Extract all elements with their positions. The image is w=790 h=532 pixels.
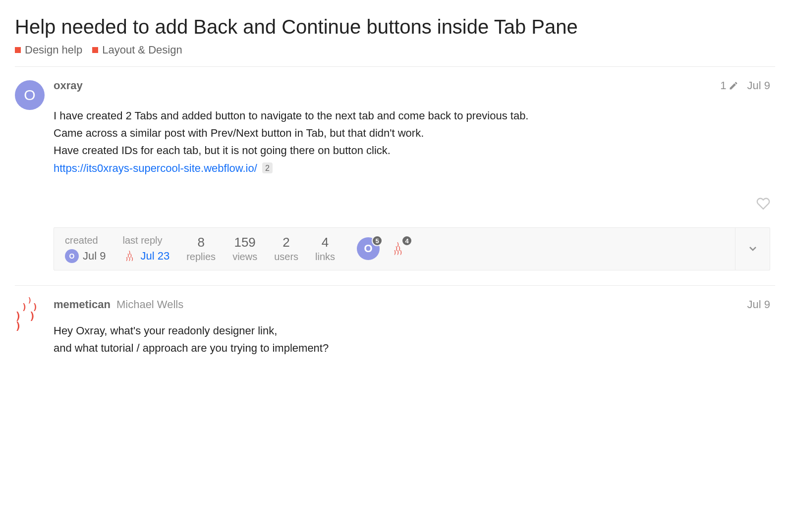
stat-label: views (232, 251, 257, 263)
post-date[interactable]: Jul 9 (747, 79, 770, 92)
avatar-initial: O (24, 87, 35, 104)
stat-views: 159 views (232, 235, 257, 263)
participants: O 5 )))))) 4 (357, 237, 409, 260)
avatar-initial: O (69, 252, 75, 260)
edit-count: 1 (720, 79, 726, 92)
participant-post-count: 5 (372, 235, 383, 246)
expand-map-button[interactable] (735, 228, 770, 270)
category-label: Design help (25, 44, 82, 56)
username[interactable]: oxray (54, 79, 83, 92)
last-reply-label: last reply (122, 235, 169, 246)
created-date: Jul 9 (83, 250, 106, 263)
chevron-down-icon (747, 243, 759, 255)
pencil-icon (729, 81, 738, 91)
stat-replies: 8 replies (186, 235, 216, 263)
avatar-initial: O (364, 242, 373, 255)
creator-avatar[interactable]: O (65, 249, 79, 263)
stat-value: 8 (186, 235, 216, 250)
participant[interactable]: )))))) 4 (387, 237, 409, 260)
post: ) ) ) ) ) ) memetican Michael Wells Jul … (15, 286, 775, 357)
user-fullname: Michael Wells (116, 298, 183, 311)
topic-map: created O Jul 9 last reply )))))) (54, 227, 770, 270)
username[interactable]: memetican (54, 298, 111, 311)
link-click-count: 2 (262, 162, 273, 173)
post-line: and what tutorial / approach are you try… (54, 339, 770, 357)
participant[interactable]: O 5 (357, 237, 380, 260)
last-reply-date: Jul 23 (140, 250, 169, 263)
created-section: created O Jul 9 (65, 235, 106, 263)
stat-label: replies (186, 251, 216, 263)
topic-title: Help needed to add Back and Continue but… (15, 15, 775, 39)
last-replier-avatar: )))))) (122, 249, 136, 263)
avatar[interactable]: ) ) ) ) ) ) (15, 299, 45, 329)
category-label: Layout & Design (102, 44, 182, 56)
stat-value: 2 (274, 235, 298, 250)
like-button[interactable] (756, 197, 770, 213)
stat-label: links (315, 251, 335, 263)
post-line: Hey Oxray, what's your readonly designer… (54, 322, 770, 339)
post-line: Came across a similar post with Prev/Nex… (54, 124, 770, 142)
category-badge-icon (92, 47, 98, 53)
created-label: created (65, 235, 106, 246)
post-header: oxray 1 Jul 9 (54, 79, 770, 92)
post-header: memetican Michael Wells Jul 9 (54, 298, 770, 311)
post-line: Have created IDs for each tab, but it is… (54, 142, 770, 159)
stat-users: 2 users (274, 235, 298, 263)
post-actions (54, 177, 770, 227)
post-date[interactable]: Jul 9 (747, 298, 770, 311)
heart-icon (756, 197, 770, 211)
post-content: Hey Oxray, what's your readonly designer… (54, 322, 770, 357)
category-badge-icon (15, 47, 21, 53)
category-list: Design help Layout & Design (15, 44, 775, 56)
stat-value: 4 (315, 235, 335, 250)
post-link[interactable]: https://its0xrays-supercool-site.webflow… (54, 162, 257, 174)
stat-value: 159 (232, 235, 257, 250)
stat-label: users (274, 251, 298, 263)
avatar[interactable]: O (15, 80, 45, 110)
stat-links: 4 links (315, 235, 335, 263)
last-reply-section[interactable]: last reply )))))) Jul 23 (122, 235, 169, 263)
post: O oxray 1 Jul 9 I have created 2 Tabs an… (15, 67, 775, 286)
category-layout-design[interactable]: Layout & Design (92, 44, 182, 56)
participant-post-count: 4 (401, 235, 412, 246)
post-line: I have created 2 Tabs and added button t… (54, 107, 770, 124)
category-design-help[interactable]: Design help (15, 44, 82, 56)
edit-indicator[interactable]: 1 (720, 79, 738, 92)
post-content: I have created 2 Tabs and added button t… (54, 107, 770, 177)
